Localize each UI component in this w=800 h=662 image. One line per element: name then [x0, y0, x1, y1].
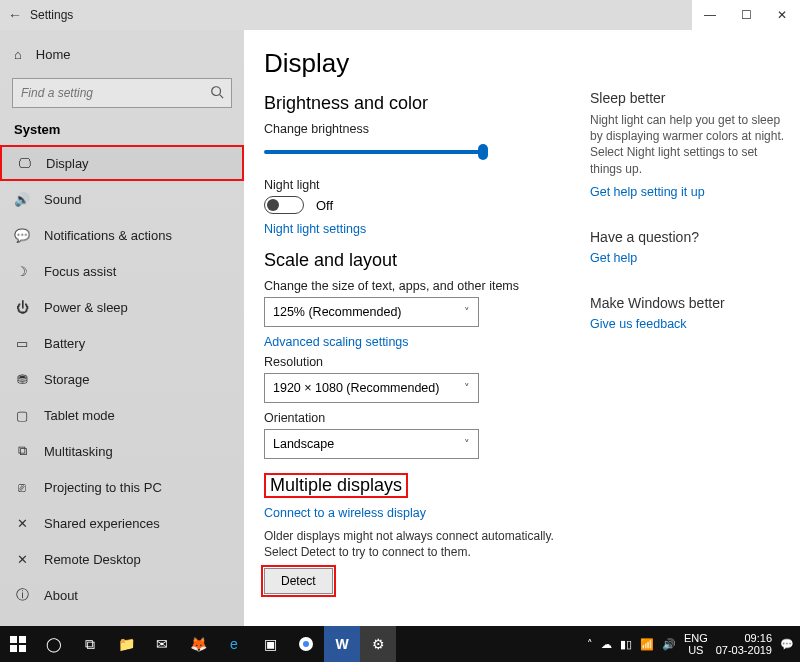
- multitasking-icon: ⧉: [14, 443, 30, 459]
- aside-panel: Sleep better Night light can help you ge…: [590, 30, 800, 626]
- sidebar-item-label: Power & sleep: [44, 300, 128, 315]
- titlebar: ← Settings — ☐ ✕: [0, 0, 800, 30]
- svg-line-1: [220, 95, 224, 99]
- notifications-icon: 💬: [14, 227, 30, 243]
- sidebar-item-sound[interactable]: 🔊Sound: [0, 181, 244, 217]
- link-night-light-settings[interactable]: Night light settings: [264, 222, 570, 236]
- sidebar-item-shared-experiences[interactable]: ✕Shared experiences: [0, 505, 244, 541]
- tray-onedrive-icon[interactable]: ☁: [601, 638, 612, 651]
- sidebar-item-display[interactable]: 🖵Display: [0, 145, 244, 181]
- sidebar-item-label: Remote Desktop: [44, 552, 141, 567]
- focus-assist-icon: ☽: [14, 263, 30, 279]
- svg-rect-2: [10, 636, 17, 643]
- file-explorer-icon[interactable]: 📁: [108, 626, 144, 662]
- sidebar-item-label: Battery: [44, 336, 85, 351]
- svg-rect-3: [19, 636, 26, 643]
- sidebar-item-label: Sound: [44, 192, 82, 207]
- home-row[interactable]: ⌂ Home: [0, 36, 244, 72]
- sidebar-item-remote-desktop[interactable]: ✕Remote Desktop: [0, 541, 244, 577]
- tray-notifications-icon[interactable]: 💬: [780, 638, 794, 651]
- display-icon: 🖵: [16, 155, 32, 171]
- window-title: Settings: [30, 8, 73, 22]
- label-change-brightness: Change brightness: [264, 122, 570, 136]
- sidebar-item-label: Display: [46, 156, 89, 171]
- chevron-down-icon: ˅: [464, 438, 470, 451]
- label-orientation: Orientation: [264, 411, 570, 425]
- sidebar-item-power-sleep[interactable]: ⏻Power & sleep: [0, 289, 244, 325]
- aside-sleep-title: Sleep better: [590, 90, 786, 106]
- shared-icon: ✕: [14, 515, 30, 531]
- section-multiple-displays: Multiple displays: [264, 473, 570, 498]
- chrome-icon[interactable]: [288, 626, 324, 662]
- tray-language[interactable]: ENGUS: [684, 632, 708, 656]
- night-light-toggle[interactable]: [264, 196, 304, 214]
- tray-chevron-icon[interactable]: ˄: [587, 638, 593, 651]
- tray-clock[interactable]: 09:1607-03-2019: [716, 632, 772, 656]
- link-get-help[interactable]: Get help: [590, 251, 786, 265]
- detect-button[interactable]: Detect: [264, 568, 333, 594]
- terminal-icon[interactable]: ▣: [252, 626, 288, 662]
- sidebar-item-focus-assist[interactable]: ☽Focus assist: [0, 253, 244, 289]
- chevron-down-icon: ˅: [464, 306, 470, 319]
- tray-volume-icon[interactable]: 🔊: [662, 638, 676, 651]
- mail-icon[interactable]: ✉: [144, 626, 180, 662]
- taskbar: ◯ ⧉ 📁 ✉ 🦊 e ▣ W ⚙ ˄ ☁ ▮▯ 📶 🔊 ENGUS 09:16…: [0, 626, 800, 662]
- taskview-icon[interactable]: ⧉: [72, 626, 108, 662]
- link-sleep-help[interactable]: Get help setting it up: [590, 185, 786, 199]
- sidebar-item-label: Storage: [44, 372, 90, 387]
- settings-taskbar-icon[interactable]: ⚙: [360, 626, 396, 662]
- dropdown-resolution[interactable]: 1920 × 1080 (Recommended) ˅: [264, 373, 479, 403]
- projecting-icon: ⎚: [14, 479, 30, 495]
- tray-wifi-icon[interactable]: 📶: [640, 638, 654, 651]
- storage-icon: ⛃: [14, 371, 30, 387]
- dropdown-value: 125% (Recommended): [273, 305, 402, 319]
- svg-point-0: [212, 87, 221, 96]
- sidebar-item-label: Notifications & actions: [44, 228, 172, 243]
- svg-rect-4: [10, 645, 17, 652]
- sound-icon: 🔊: [14, 191, 30, 207]
- start-button[interactable]: [0, 626, 36, 662]
- dropdown-orientation[interactable]: Landscape ˅: [264, 429, 479, 459]
- brightness-slider[interactable]: [264, 140, 570, 164]
- sidebar-item-projecting[interactable]: ⎚Projecting to this PC: [0, 469, 244, 505]
- firefox-icon[interactable]: 🦊: [180, 626, 216, 662]
- label-night-light: Night light: [264, 178, 570, 192]
- sidebar-item-multitasking[interactable]: ⧉Multitasking: [0, 433, 244, 469]
- aside-feedback-title: Make Windows better: [590, 295, 786, 311]
- sidebar-item-battery[interactable]: ▭Battery: [0, 325, 244, 361]
- sidebar-item-label: About: [44, 588, 78, 603]
- remote-desktop-icon: ✕: [14, 551, 30, 567]
- home-icon: ⌂: [14, 47, 22, 62]
- page-title: Display: [264, 48, 570, 79]
- sidebar-item-tablet-mode[interactable]: ▢Tablet mode: [0, 397, 244, 433]
- search-input[interactable]: [12, 78, 232, 108]
- close-button[interactable]: ✕: [764, 0, 800, 30]
- sidebar-item-storage[interactable]: ⛃Storage: [0, 361, 244, 397]
- link-wireless-display[interactable]: Connect to a wireless display: [264, 506, 570, 520]
- label-text-size: Change the size of text, apps, and other…: [264, 279, 570, 293]
- tray-battery-icon[interactable]: ▮▯: [620, 638, 632, 651]
- sidebar-group-title: System: [0, 118, 244, 145]
- back-button[interactable]: ←: [0, 7, 30, 23]
- sidebar-item-notifications[interactable]: 💬Notifications & actions: [0, 217, 244, 253]
- battery-icon: ▭: [14, 335, 30, 351]
- tablet-icon: ▢: [14, 407, 30, 423]
- section-brightness: Brightness and color: [264, 93, 570, 114]
- home-label: Home: [36, 47, 71, 62]
- dropdown-value: Landscape: [273, 437, 334, 451]
- sidebar-item-label: Tablet mode: [44, 408, 115, 423]
- main-content: Display Brightness and color Change brig…: [244, 30, 590, 626]
- aside-question-title: Have a question?: [590, 229, 786, 245]
- cortana-icon[interactable]: ◯: [36, 626, 72, 662]
- dropdown-text-size[interactable]: 125% (Recommended) ˅: [264, 297, 479, 327]
- minimize-button[interactable]: —: [692, 0, 728, 30]
- sidebar-item-about[interactable]: ⓘAbout: [0, 577, 244, 613]
- edge-icon[interactable]: e: [216, 626, 252, 662]
- link-advanced-scaling[interactable]: Advanced scaling settings: [264, 335, 570, 349]
- svg-point-7: [303, 641, 309, 647]
- note-older-displays: Older displays might not always connect …: [264, 528, 570, 560]
- word-icon[interactable]: W: [324, 626, 360, 662]
- maximize-button[interactable]: ☐: [728, 0, 764, 30]
- sidebar-item-label: Projecting to this PC: [44, 480, 162, 495]
- link-feedback[interactable]: Give us feedback: [590, 317, 786, 331]
